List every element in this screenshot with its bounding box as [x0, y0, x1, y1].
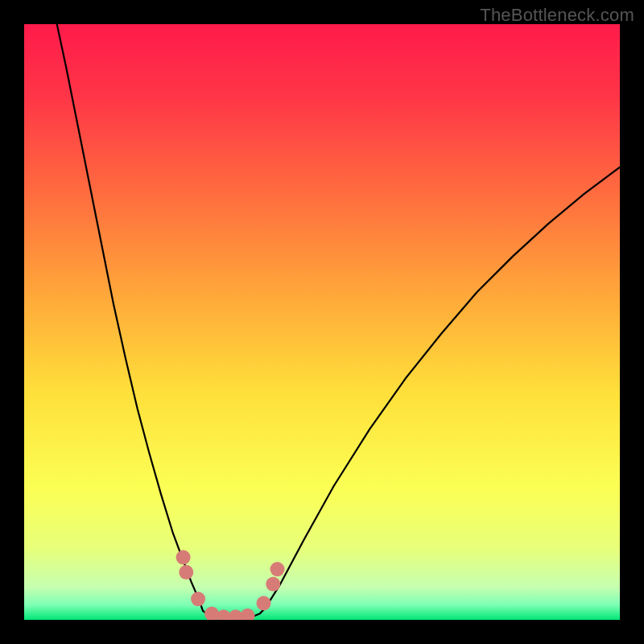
trough-dot — [191, 592, 205, 606]
plot-area — [24, 24, 620, 620]
trough-dot — [257, 596, 271, 610]
trough-dot — [241, 609, 255, 620]
bottleneck-curve — [57, 24, 620, 620]
trough-dot — [270, 562, 285, 576]
trough-dot — [266, 577, 280, 592]
watermark-text: TheBottleneck.com — [480, 5, 634, 26]
curve-layer — [24, 24, 620, 620]
trough-dot — [179, 565, 193, 580]
chart-frame: TheBottleneck.com — [0, 0, 644, 644]
trough-dot — [176, 550, 191, 564]
